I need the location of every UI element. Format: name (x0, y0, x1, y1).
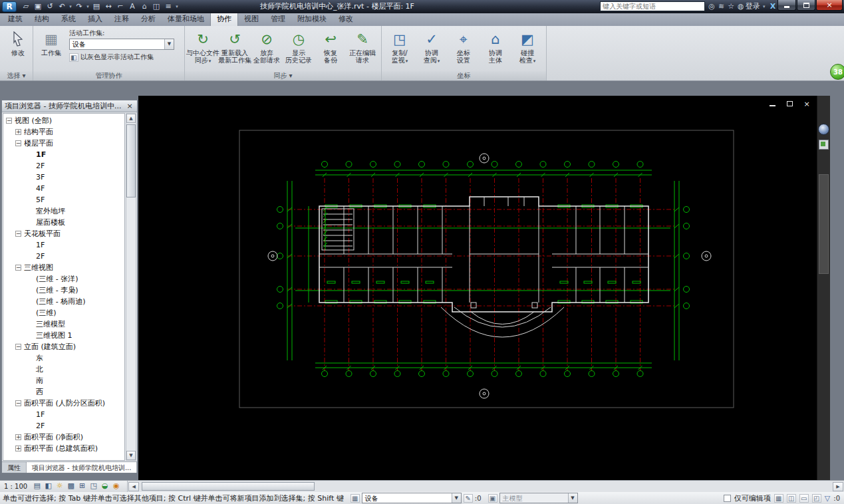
palette-tab[interactable]: 项目浏览器 - 技师学院机电培训... (27, 462, 137, 473)
tree-expander-icon[interactable]: − (15, 140, 21, 146)
open-icon[interactable]: ▱ (20, 1, 32, 12)
ribbon-big-button[interactable]: ⊘ 放弃 全部请求▾ (251, 27, 283, 64)
text-icon[interactable]: A (126, 1, 138, 12)
tree-item[interactable]: 室外地坪 (3, 205, 124, 217)
editing-requests-icon[interactable]: ✎ (464, 494, 473, 503)
vertical-scrollbar[interactable] (819, 174, 829, 274)
exchange-apps-icon[interactable]: X (770, 1, 775, 11)
tree-item[interactable]: 北 (3, 364, 124, 375)
tree-expander-icon[interactable]: + (15, 129, 21, 135)
ribbon-tab[interactable]: 结构 (29, 13, 55, 26)
default-3d-view-icon[interactable]: ⌂ (138, 1, 150, 12)
ribbon-big-button[interactable]: ⌖ 坐标 设置▾ (448, 27, 480, 64)
close-button[interactable]: × (816, 0, 843, 11)
redo-dropdown-icon[interactable]: ▾ (85, 4, 90, 9)
gray-inactive-worksets-toggle[interactable]: ◧ 以灰色显示非活动工作集 (69, 53, 174, 62)
tree-item[interactable]: (三维) (3, 307, 124, 318)
design-options-dropdown[interactable]: 主模型 ▼ (499, 493, 578, 503)
tree-item[interactable]: 3F (3, 172, 124, 183)
ribbon-tab[interactable]: 协作 (210, 12, 238, 26)
tree-item[interactable]: − 楼层平面 (3, 138, 124, 149)
tree-item[interactable]: − 视图 (全部) (3, 115, 124, 126)
scroll-up-icon[interactable]: ▲ (126, 114, 136, 123)
ribbon-tab[interactable]: 管理 (265, 13, 291, 26)
worksets-status-icon[interactable]: ▦ (351, 494, 360, 503)
shadows-icon[interactable]: ▩ (65, 481, 76, 491)
undo-icon[interactable]: ↶ (56, 1, 68, 12)
application-menu-button[interactable]: R (2, 1, 17, 12)
synchronize-panel-label[interactable]: 同步 ▾ (185, 71, 381, 80)
tree-item[interactable]: (三维 - 张洋) (3, 273, 124, 285)
section-icon[interactable]: ◫ (150, 1, 162, 12)
view-close-button[interactable]: × (802, 100, 811, 108)
workset-status-dropdown[interactable]: 设备 ▼ (362, 493, 462, 503)
sun-path-icon[interactable]: ☼ (54, 481, 65, 491)
tree-expander-icon[interactable]: − (15, 400, 21, 406)
tree-item[interactable]: − 立面 (建筑立面) (3, 341, 124, 352)
ribbon-big-button[interactable]: ↻ 与中心文件 同步▾ (187, 27, 219, 65)
favorites-icon[interactable]: ☆ (728, 1, 734, 11)
redo-icon[interactable]: ↷ (73, 1, 85, 12)
tree-item[interactable]: + 面积平面 (总建筑面积) (3, 443, 124, 454)
worksets-button[interactable]: ▦ 工作集 (35, 27, 67, 57)
scroll-down-icon[interactable]: ▼ (126, 451, 136, 460)
visual-style-icon[interactable]: ◧ (43, 481, 54, 491)
ribbon-big-button[interactable]: ◩ 碰撞 检查▾ (511, 27, 543, 65)
tree-item[interactable]: 1F (3, 239, 124, 251)
crop-visibility-icon[interactable]: ◳ (88, 481, 99, 491)
save-icon[interactable]: ▣ (32, 1, 44, 12)
ribbon-tab[interactable]: 分析 (135, 13, 162, 26)
view-minimize-button[interactable] (768, 100, 777, 108)
minimize-button[interactable] (777, 0, 796, 11)
ribbon-big-button[interactable]: ↺ 重新载入 最新工作集▾ (219, 27, 251, 64)
sign-in-button[interactable]: ◍ 登录 ▾ (738, 1, 767, 11)
ribbon-big-button[interactable]: ✎ 正在编辑 请求▾ (347, 27, 378, 64)
chevron-down-icon[interactable]: ▼ (164, 39, 174, 49)
ribbon-big-button[interactable]: ⌂ 协调 主体▾ (480, 27, 511, 64)
design-options-icon[interactable]: ▣ (488, 494, 497, 503)
undo-dropdown-icon[interactable]: ▾ (68, 4, 73, 9)
ribbon-tab[interactable]: 视图 (238, 13, 265, 26)
chevron-down-icon[interactable]: ▼ (568, 493, 577, 503)
tree-expander-icon[interactable]: + (15, 434, 21, 440)
notification-badge[interactable]: 38 (830, 64, 844, 80)
tree-item[interactable]: 三维模型 (3, 318, 124, 330)
tree-expander-icon[interactable]: − (15, 344, 21, 350)
tree-item[interactable]: 2F (3, 420, 124, 432)
floor-plan-drawing[interactable]: .rg{stroke:#a00000;stroke-width:1;stroke… (138, 96, 830, 480)
temporary-hide-isolate-icon[interactable]: ◒ (99, 481, 110, 491)
search-input[interactable] (601, 3, 704, 10)
ribbon-big-button[interactable]: ✓ 协调 查阅▾ (416, 27, 448, 65)
tree-item[interactable]: 2F (3, 251, 124, 262)
ribbon-tab[interactable]: 插入 (82, 13, 108, 26)
ribbon-tab[interactable]: 修改 (333, 13, 359, 26)
project-browser-titlebar[interactable]: 项目浏览器 - 技师学院机电培训中... × (2, 100, 137, 112)
tree-item[interactable]: 1F (3, 149, 124, 160)
drawing-area[interactable]: .rg{stroke:#a00000;stroke-width:1;stroke… (138, 96, 830, 480)
scroll-right-icon[interactable]: ▶ (833, 482, 843, 491)
tree-item[interactable]: − 三维视图 (3, 262, 124, 273)
ribbon-tab[interactable]: 附加模块 (291, 13, 333, 26)
ribbon-big-button[interactable]: ◷ 显示 历史记录▾ (283, 27, 315, 64)
ribbon-tab[interactable]: 注释 (108, 13, 135, 26)
select-panel-label[interactable]: 选择 ▾ (0, 71, 33, 80)
editable-only-checkbox[interactable] (724, 495, 731, 502)
tree-item[interactable]: (三维 - 李枭) (3, 285, 124, 296)
active-workset-dropdown[interactable]: 设备 ▼ (69, 39, 174, 50)
aligned-dimension-icon[interactable]: ⌐ (114, 1, 126, 12)
crop-view-icon[interactable]: ⊞ (76, 481, 88, 491)
search-go-icon[interactable]: ◎ (708, 1, 715, 11)
reveal-hidden-elements-icon[interactable]: ◉ (110, 481, 122, 491)
maximize-button[interactable] (797, 0, 815, 11)
tree-item[interactable]: (三维 - 杨雨迪) (3, 296, 124, 307)
selection-toggle-icon[interactable]: ▭ (799, 494, 809, 503)
selection-toggle-icon[interactable]: ▦ (774, 494, 783, 503)
tree-item[interactable]: 西 (3, 386, 124, 398)
tree-item[interactable]: 屋面楼板 (3, 217, 124, 228)
subscription-center-icon[interactable]: ≋ (718, 1, 724, 11)
thin-lines-icon[interactable]: ≡ (162, 1, 174, 12)
ribbon-tab[interactable]: 系统 (55, 13, 82, 26)
steering-wheel-icon[interactable] (818, 124, 829, 135)
tree-expander-icon[interactable]: − (6, 118, 12, 124)
tree-item[interactable]: 三维视图 1 (3, 330, 124, 341)
